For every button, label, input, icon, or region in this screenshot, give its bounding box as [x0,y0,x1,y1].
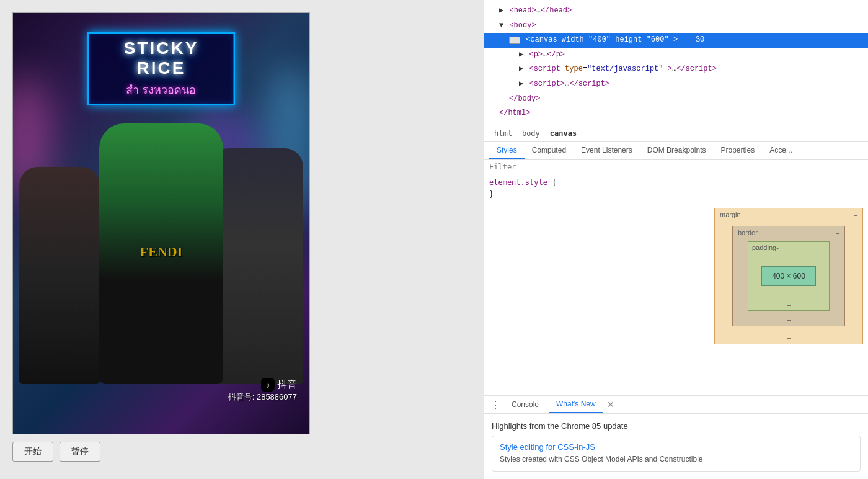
margin-right-value: – [856,272,860,280]
margin-bottom-value: – [787,334,790,341]
padding-right-value: – [823,272,826,280]
dom-p-line[interactable]: ▶ <p>…</p> [484,48,868,63]
canvas-container: STICKY RICE สำ รงหวอดนอ FENDI ♪ 抖音 抖音号: … [12,12,310,434]
content-size: 400 × 600 [772,272,805,280]
bg-figure-right [210,148,303,384]
dom-canvas-line[interactable]: ··· <canvas width="400" height="600" > =… [484,33,868,48]
padding-bottom-value: – [787,301,790,308]
tab-whats-new[interactable]: What's New [549,396,603,413]
box-model-container: margin – – – – border – – – – paddin [484,203,868,349]
fendi-logo: FENDI [140,244,182,260]
margin-left-value: – [717,272,721,280]
whats-new-panel: Highlights from the Chrome 85 update Sty… [484,414,868,479]
whats-new-card-text: Styles created with CSS Object Model API… [500,454,852,465]
buttons-row: 开始 暂停 [12,442,100,462]
dom-html-close-line: </html> [484,106,868,121]
content-box: 400 × 600 [761,266,816,286]
border-bottom-value: – [787,316,790,323]
box-model: margin – – – – border – – – – paddin [714,208,863,344]
neon-sign: STICKY RICE สำ รงหวอดนอ [87,32,236,105]
style-rule-element: element.style { } [484,174,868,203]
margin-box: margin – – – – border – – – – paddin [714,208,863,344]
dom-body-close-line: </body> [484,92,868,107]
styles-panel: element.style { } margin – – – – border … [484,160,868,395]
bg-figure-left [19,167,100,384]
close-whats-new-button[interactable]: ✕ [607,400,614,410]
expand-dots[interactable]: ··· [509,37,520,44]
tab-event-listeners[interactable]: Event Listeners [574,142,640,159]
person-main: FENDI [99,123,223,384]
tiktok-watermark: ♪ 抖音 抖音号: 285886077 [228,378,297,403]
dom-tree: ▶ <head>…</head> ▼ <body> ··· <canvas wi… [484,0,868,125]
tab-computed[interactable]: Computed [525,142,574,159]
border-right-value: – [838,272,842,280]
start-button[interactable]: 开始 [12,442,53,462]
filter-input[interactable] [489,163,863,171]
tab-acce[interactable]: Acce... [762,142,800,159]
border-left-value: – [735,272,739,280]
pause-button[interactable]: 暂停 [60,442,100,462]
neon-sign-text: STICKY RICE [124,38,199,78]
margin-label: margin [720,211,741,218]
breadcrumb-bar: html body canvas [484,125,868,142]
tab-console[interactable]: Console [504,396,546,413]
dom-head-line[interactable]: ▶ <head>…</head> [484,4,868,19]
padding-box: padding- – – – 400 × 600 [748,241,830,311]
canvas-image: STICKY RICE สำ รงหวอดนอ FENDI ♪ 抖音 抖音号: … [13,13,309,434]
padding-label: padding- [752,244,779,251]
border-label: border [738,229,758,236]
devtools-panel: ▶ <head>…</head> ▼ <body> ··· <canvas wi… [484,0,868,479]
padding-left-value: – [751,272,755,280]
margin-top-value: – [854,211,857,218]
dom-script1-line[interactable]: ▶ <script type="text/javascript" >…</scr… [484,62,868,77]
whats-new-title: Highlights from the Chrome 85 update [492,421,861,431]
filter-bar [484,160,868,174]
border-top-value: – [836,229,839,236]
tab-dom-breakpoints[interactable]: DOM Breakpoints [640,142,714,159]
tabs-row: Styles Computed Event Listeners DOM Brea… [484,142,868,160]
tiktok-id: 抖音号: 285886077 [228,392,297,403]
tiktok-text: 抖音 [277,378,297,392]
selector-text: element.style [489,178,547,187]
tab-properties[interactable]: Properties [713,142,762,159]
whats-new-card-title[interactable]: Style editing for CSS-in-JS [500,442,852,452]
left-panel: STICKY RICE สำ รงหวอดนอ FENDI ♪ 抖音 抖音号: … [0,0,484,479]
breadcrumb-canvas[interactable]: canvas [545,128,582,139]
tiktok-icon: ♪ [261,378,275,392]
border-box: border – – – – padding- – – – [732,226,845,326]
dom-body-line[interactable]: ▼ <body> [484,19,868,34]
dom-script2-line[interactable]: ▶ <script>…</script> [484,77,868,92]
thai-text: สำ รงหวอดนอ [102,81,221,99]
console-menu-icon[interactable]: ⋮ [489,398,502,411]
breadcrumb-body[interactable]: body [517,128,545,139]
tab-styles[interactable]: Styles [489,142,525,159]
console-bar: ⋮ Console What's New ✕ [484,395,868,414]
tiktok-logo: ♪ 抖音 [228,378,297,392]
whats-new-card: Style editing for CSS-in-JS Styles creat… [492,436,861,472]
breadcrumb-html[interactable]: html [489,128,517,139]
